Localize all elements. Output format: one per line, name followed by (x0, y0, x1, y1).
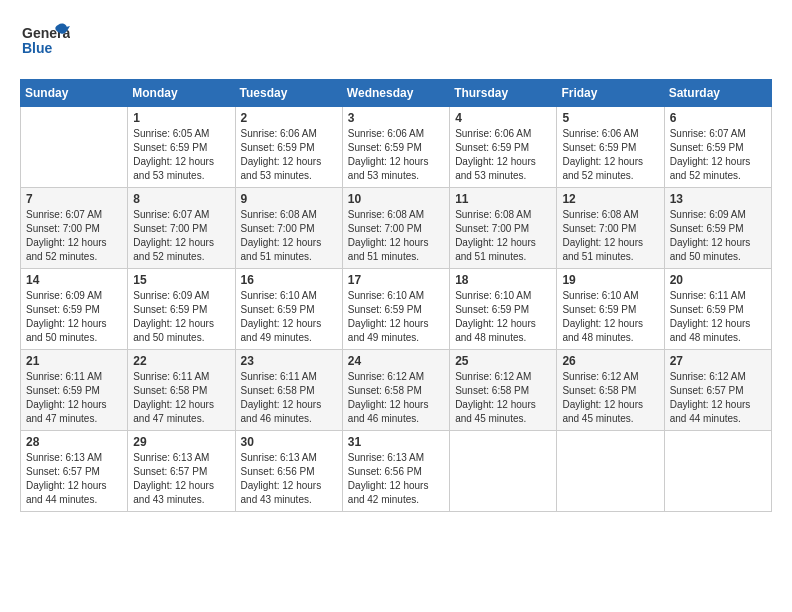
day-cell: 22Sunrise: 6:11 AMSunset: 6:58 PMDayligh… (128, 350, 235, 431)
day-cell: 20Sunrise: 6:11 AMSunset: 6:59 PMDayligh… (664, 269, 771, 350)
day-number: 17 (348, 273, 444, 287)
day-header-saturday: Saturday (664, 80, 771, 107)
day-cell: 18Sunrise: 6:10 AMSunset: 6:59 PMDayligh… (450, 269, 557, 350)
day-number: 30 (241, 435, 337, 449)
day-info: Sunrise: 6:06 AMSunset: 6:59 PMDaylight:… (562, 127, 658, 183)
day-cell: 2Sunrise: 6:06 AMSunset: 6:59 PMDaylight… (235, 107, 342, 188)
day-info: Sunrise: 6:09 AMSunset: 6:59 PMDaylight:… (26, 289, 122, 345)
day-info: Sunrise: 6:11 AMSunset: 6:58 PMDaylight:… (133, 370, 229, 426)
day-number: 27 (670, 354, 766, 368)
day-info: Sunrise: 6:10 AMSunset: 6:59 PMDaylight:… (455, 289, 551, 345)
day-cell: 14Sunrise: 6:09 AMSunset: 6:59 PMDayligh… (21, 269, 128, 350)
day-cell: 21Sunrise: 6:11 AMSunset: 6:59 PMDayligh… (21, 350, 128, 431)
day-info: Sunrise: 6:07 AMSunset: 7:00 PMDaylight:… (133, 208, 229, 264)
day-number: 18 (455, 273, 551, 287)
day-number: 24 (348, 354, 444, 368)
day-cell: 8Sunrise: 6:07 AMSunset: 7:00 PMDaylight… (128, 188, 235, 269)
day-info: Sunrise: 6:06 AMSunset: 6:59 PMDaylight:… (241, 127, 337, 183)
day-info: Sunrise: 6:07 AMSunset: 7:00 PMDaylight:… (26, 208, 122, 264)
day-number: 22 (133, 354, 229, 368)
week-row-5: 28Sunrise: 6:13 AMSunset: 6:57 PMDayligh… (21, 431, 772, 512)
day-number: 21 (26, 354, 122, 368)
day-number: 29 (133, 435, 229, 449)
day-info: Sunrise: 6:06 AMSunset: 6:59 PMDaylight:… (348, 127, 444, 183)
day-info: Sunrise: 6:08 AMSunset: 7:00 PMDaylight:… (455, 208, 551, 264)
day-cell (557, 431, 664, 512)
day-number: 9 (241, 192, 337, 206)
day-info: Sunrise: 6:10 AMSunset: 6:59 PMDaylight:… (562, 289, 658, 345)
day-cell: 23Sunrise: 6:11 AMSunset: 6:58 PMDayligh… (235, 350, 342, 431)
day-info: Sunrise: 6:11 AMSunset: 6:59 PMDaylight:… (26, 370, 122, 426)
day-info: Sunrise: 6:13 AMSunset: 6:57 PMDaylight:… (26, 451, 122, 507)
day-number: 19 (562, 273, 658, 287)
day-number: 15 (133, 273, 229, 287)
day-info: Sunrise: 6:12 AMSunset: 6:58 PMDaylight:… (562, 370, 658, 426)
day-cell: 3Sunrise: 6:06 AMSunset: 6:59 PMDaylight… (342, 107, 449, 188)
day-cell: 12Sunrise: 6:08 AMSunset: 7:00 PMDayligh… (557, 188, 664, 269)
day-number: 12 (562, 192, 658, 206)
day-info: Sunrise: 6:05 AMSunset: 6:59 PMDaylight:… (133, 127, 229, 183)
day-cell: 28Sunrise: 6:13 AMSunset: 6:57 PMDayligh… (21, 431, 128, 512)
days-header-row: SundayMondayTuesdayWednesdayThursdayFrid… (21, 80, 772, 107)
day-number: 25 (455, 354, 551, 368)
day-header-monday: Monday (128, 80, 235, 107)
day-cell: 25Sunrise: 6:12 AMSunset: 6:58 PMDayligh… (450, 350, 557, 431)
calendar-table: SundayMondayTuesdayWednesdayThursdayFrid… (20, 79, 772, 512)
day-number: 1 (133, 111, 229, 125)
day-number: 11 (455, 192, 551, 206)
day-cell: 27Sunrise: 6:12 AMSunset: 6:57 PMDayligh… (664, 350, 771, 431)
day-number: 6 (670, 111, 766, 125)
day-number: 4 (455, 111, 551, 125)
day-cell (21, 107, 128, 188)
day-number: 28 (26, 435, 122, 449)
day-number: 23 (241, 354, 337, 368)
day-number: 16 (241, 273, 337, 287)
day-cell: 16Sunrise: 6:10 AMSunset: 6:59 PMDayligh… (235, 269, 342, 350)
logo: General Blue (20, 20, 70, 69)
day-cell: 31Sunrise: 6:13 AMSunset: 6:56 PMDayligh… (342, 431, 449, 512)
day-number: 3 (348, 111, 444, 125)
day-info: Sunrise: 6:08 AMSunset: 7:00 PMDaylight:… (348, 208, 444, 264)
day-number: 20 (670, 273, 766, 287)
day-cell: 15Sunrise: 6:09 AMSunset: 6:59 PMDayligh… (128, 269, 235, 350)
day-cell: 30Sunrise: 6:13 AMSunset: 6:56 PMDayligh… (235, 431, 342, 512)
day-info: Sunrise: 6:13 AMSunset: 6:56 PMDaylight:… (241, 451, 337, 507)
day-header-friday: Friday (557, 80, 664, 107)
day-info: Sunrise: 6:10 AMSunset: 6:59 PMDaylight:… (348, 289, 444, 345)
day-cell: 1Sunrise: 6:05 AMSunset: 6:59 PMDaylight… (128, 107, 235, 188)
page-header: General Blue (20, 20, 772, 69)
day-cell: 4Sunrise: 6:06 AMSunset: 6:59 PMDaylight… (450, 107, 557, 188)
day-info: Sunrise: 6:09 AMSunset: 6:59 PMDaylight:… (670, 208, 766, 264)
day-info: Sunrise: 6:11 AMSunset: 6:58 PMDaylight:… (241, 370, 337, 426)
svg-text:Blue: Blue (22, 40, 53, 56)
day-cell: 29Sunrise: 6:13 AMSunset: 6:57 PMDayligh… (128, 431, 235, 512)
day-cell: 6Sunrise: 6:07 AMSunset: 6:59 PMDaylight… (664, 107, 771, 188)
day-info: Sunrise: 6:11 AMSunset: 6:59 PMDaylight:… (670, 289, 766, 345)
day-number: 14 (26, 273, 122, 287)
day-cell: 7Sunrise: 6:07 AMSunset: 7:00 PMDaylight… (21, 188, 128, 269)
week-row-1: 1Sunrise: 6:05 AMSunset: 6:59 PMDaylight… (21, 107, 772, 188)
day-cell: 17Sunrise: 6:10 AMSunset: 6:59 PMDayligh… (342, 269, 449, 350)
day-header-sunday: Sunday (21, 80, 128, 107)
day-number: 26 (562, 354, 658, 368)
day-number: 31 (348, 435, 444, 449)
day-cell (664, 431, 771, 512)
day-info: Sunrise: 6:08 AMSunset: 7:00 PMDaylight:… (241, 208, 337, 264)
week-row-4: 21Sunrise: 6:11 AMSunset: 6:59 PMDayligh… (21, 350, 772, 431)
day-info: Sunrise: 6:13 AMSunset: 6:56 PMDaylight:… (348, 451, 444, 507)
day-info: Sunrise: 6:09 AMSunset: 6:59 PMDaylight:… (133, 289, 229, 345)
day-header-thursday: Thursday (450, 80, 557, 107)
day-number: 2 (241, 111, 337, 125)
day-cell: 24Sunrise: 6:12 AMSunset: 6:58 PMDayligh… (342, 350, 449, 431)
day-header-wednesday: Wednesday (342, 80, 449, 107)
day-info: Sunrise: 6:08 AMSunset: 7:00 PMDaylight:… (562, 208, 658, 264)
day-info: Sunrise: 6:12 AMSunset: 6:58 PMDaylight:… (455, 370, 551, 426)
week-row-3: 14Sunrise: 6:09 AMSunset: 6:59 PMDayligh… (21, 269, 772, 350)
day-info: Sunrise: 6:06 AMSunset: 6:59 PMDaylight:… (455, 127, 551, 183)
day-info: Sunrise: 6:12 AMSunset: 6:58 PMDaylight:… (348, 370, 444, 426)
day-cell: 9Sunrise: 6:08 AMSunset: 7:00 PMDaylight… (235, 188, 342, 269)
day-info: Sunrise: 6:07 AMSunset: 6:59 PMDaylight:… (670, 127, 766, 183)
day-cell: 11Sunrise: 6:08 AMSunset: 7:00 PMDayligh… (450, 188, 557, 269)
day-number: 13 (670, 192, 766, 206)
day-cell: 19Sunrise: 6:10 AMSunset: 6:59 PMDayligh… (557, 269, 664, 350)
